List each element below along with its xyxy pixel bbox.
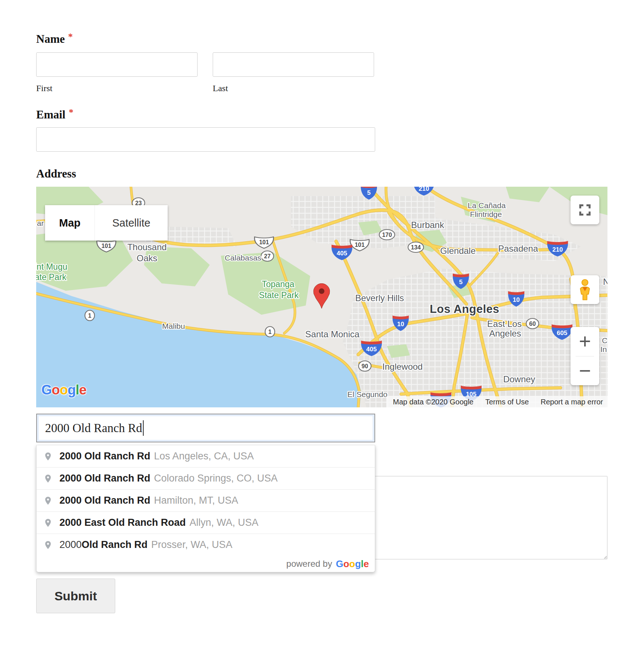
google-logo-letter: o [343,558,349,569]
svg-text:60: 60 [529,321,536,327]
report-map-error-link[interactable]: Report a map error [541,398,603,406]
suggestion-main: 2000 Old Ranch Rd [59,495,150,506]
pegman-button[interactable] [571,275,599,304]
map-canvas[interactable]: 1011011012327170134119060521040540551010… [36,187,607,407]
fullscreen-icon [578,203,592,217]
submit-button[interactable]: Submit [36,579,115,613]
zoom-out-button[interactable]: − [571,356,599,386]
zoom-in-button[interactable]: + [571,327,599,356]
first-name-input[interactable] [36,52,198,77]
map-label: ar [37,219,44,227]
google-logo-letter: e [79,382,86,397]
map-label: Thousand [127,242,167,252]
svg-text:10: 10 [513,296,520,303]
map-label: Downey [503,374,535,384]
map-label: In [600,345,607,353]
suggestion-item[interactable]: 2000 Old Ranch RdColorado Springs, CO, U… [37,467,375,489]
map-label: Inglewood [382,362,422,372]
zoom-control: + − [571,327,599,385]
svg-text:101: 101 [102,243,112,249]
address-suggestions-dropdown: 2000 Old Ranch RdLos Angeles, CA, USA 20… [36,445,375,572]
svg-text:210: 210 [419,187,429,192]
google-logo-letter: l [361,558,363,569]
map-label: Oaks [137,253,157,263]
suggestion-secondary: Los Angeles, CA, USA [154,451,254,462]
svg-text:405: 405 [337,250,347,257]
location-pin-icon [43,473,53,484]
map-label: N [603,277,607,287]
text-cursor [143,420,144,436]
svg-text:1: 1 [268,329,272,335]
address-input-value: 2000 Old Ranch Rd [45,421,142,435]
map-label: int Mugu [36,262,67,272]
map-label: Santa Monica [305,329,360,339]
suggestion-secondary: Colorado Springs, CO, USA [154,473,278,484]
svg-text:5: 5 [367,189,370,196]
map-label: Burbank [411,220,444,230]
map-label: El Segundo [347,390,388,399]
map-label: C [602,336,607,345]
map-label: ate Park [36,272,66,282]
map-label: East Los [487,319,521,329]
suggestion-item[interactable]: 2000 East Old Ranch RoadAllyn, WA, USA [37,511,375,534]
svg-text:605: 605 [557,330,567,337]
location-pin-icon [43,451,53,462]
map-type-control: Map Satellite [45,205,168,241]
map-view-button[interactable]: Map [45,205,95,241]
svg-text:90: 90 [362,363,368,369]
google-logo-letter: o [349,558,355,569]
address-input[interactable]: 2000 Old Ranch Rd [36,414,375,442]
suggestion-item[interactable]: 2000 Old Ranch RdProsser, WA, USA [37,534,375,556]
map-data-text: Map data ©2020 Google [393,398,473,406]
svg-text:134: 134 [411,244,421,251]
map-label: State Park [259,290,299,300]
map-label: Calabasas [225,253,261,262]
map-label: Flintridge [470,210,502,218]
svg-text:170: 170 [382,232,392,238]
terms-of-use-link[interactable]: Terms of Use [485,398,529,406]
email-input[interactable] [36,127,375,152]
last-name-input[interactable] [213,52,374,77]
map-label: La Cañada [468,201,506,210]
suggestion-item[interactable]: 2000 Old Ranch RdHamilton, MT, USA [37,489,375,511]
map-label: Topanga [262,279,294,289]
location-marker[interactable] [314,283,330,308]
map-attribution: Map data ©2020 Google Terms of Use Repor… [386,396,607,407]
svg-text:101: 101 [355,242,365,248]
map-label: Beverly Hills [355,293,404,303]
google-watermark[interactable]: Google [41,382,86,398]
map-label: Angeles [489,328,521,338]
map-label: Pasadena [498,244,538,253]
powered-by-text: powered by [286,559,332,569]
google-logo-letter: G [41,382,52,397]
required-asterisk: * [68,32,73,42]
pegman-icon [577,279,593,300]
fullscreen-button[interactable] [571,196,599,224]
svg-text:1: 1 [88,313,92,319]
address-field-label: Address [36,167,76,180]
last-name-caption: Last [213,83,228,93]
google-logo: Google [336,558,369,570]
powered-by-google: powered by Google [37,556,375,572]
suggestion-prefix: 2000 [59,539,82,551]
svg-text:405: 405 [366,346,377,353]
suggestion-secondary: Prosser, WA, USA [151,539,233,551]
suggestion-main: 2000 Old Ranch Rd [59,451,150,462]
svg-text:10: 10 [397,321,404,328]
name-label-text: Name [36,32,65,45]
satellite-view-button[interactable]: Satellite [95,205,168,241]
map-label: Los Angeles [430,303,500,315]
google-logo-letter: e [364,558,369,569]
map-label: Malibu [162,322,185,330]
svg-text:210: 210 [552,246,563,253]
google-logo-letter: o [59,382,68,397]
name-field-label: Name* [36,32,73,46]
suggestion-item[interactable]: 2000 Old Ranch RdLos Angeles, CA, USA [37,445,375,467]
google-logo-letter: o [52,382,60,397]
svg-text:101: 101 [259,239,269,245]
required-asterisk: * [69,107,73,117]
google-logo-letter: l [76,382,79,397]
suggestion-main: 2000 East Old Ranch Road [59,517,186,528]
location-pin-icon [43,517,53,529]
google-logo-letter: G [336,558,343,569]
